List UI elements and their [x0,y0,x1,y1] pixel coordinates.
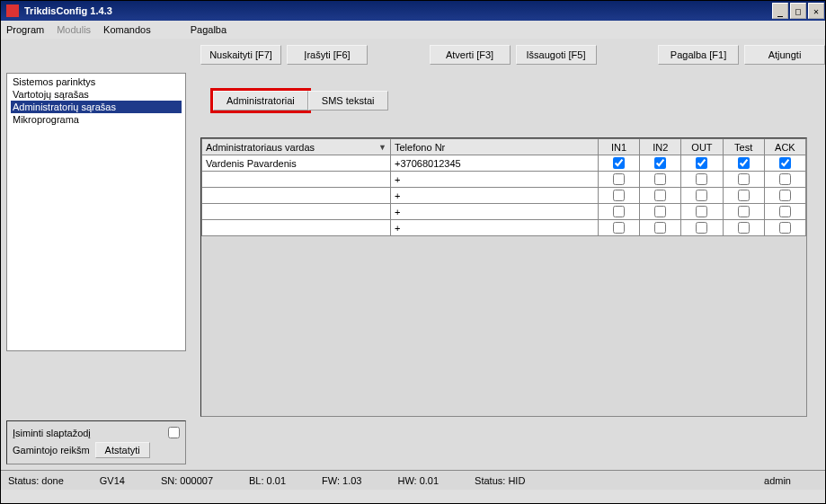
checkbox-ack[interactable] [779,157,791,169]
checkbox-in2[interactable] [654,190,666,201]
checkbox-out[interactable] [696,190,707,201]
checkbox-out[interactable] [696,222,707,234]
grid-padding [201,236,806,416]
admin-grid: Administratoriaus vardas ▼ Telefono Nr I… [200,137,807,417]
sidebar-item-admin-list[interactable]: Administratorių sąrašas [11,101,182,113]
checkbox-test[interactable] [738,190,750,201]
remember-password-row: Įsiminti slaptažodį [13,427,180,438]
cell-test [723,155,764,172]
col-ack[interactable]: ACK [764,139,805,155]
table-row: + [202,188,806,204]
cell-phone[interactable]: + [391,220,599,236]
app-icon [6,4,19,17]
cell-admin-name[interactable] [202,220,391,236]
col-admin-name[interactable]: Administratoriaus vardas ▼ [202,139,391,155]
cell-admin-name[interactable] [202,204,391,220]
cell-phone[interactable]: +37068012345 [391,155,599,172]
checkbox-test[interactable] [738,206,750,217]
col-out[interactable]: OUT [681,139,723,155]
status-hid: Status: HID [475,475,525,486]
checkbox-in1[interactable] [613,157,625,169]
menu-komandos[interactable]: Komandos [103,24,151,35]
cell-admin-name[interactable] [202,188,391,204]
cell-phone[interactable]: + [391,172,599,188]
cell-in1 [599,188,640,204]
checkbox-test[interactable] [738,157,750,169]
col-test[interactable]: Test [723,139,764,155]
col-phone[interactable]: Telefono Nr [391,139,599,155]
cell-test [723,220,764,236]
statusbar: Status: done GV14 SN: 000007 BL: 0.01 FW… [1,470,825,490]
cell-ack [764,188,805,204]
checkbox-in1[interactable] [613,173,625,185]
maximize-button[interactable]: □ [790,3,806,19]
status-text: Status: done [8,475,64,486]
left-column: Sistemos parinktys Vartotojų sąrašas Adm… [6,73,186,464]
remember-password-checkbox[interactable] [168,427,180,438]
checkbox-in1[interactable] [613,222,625,234]
cell-admin-name[interactable] [202,172,391,188]
cell-ack [764,204,805,220]
cell-out [681,204,723,220]
read-button[interactable]: Nuskaityti [F7] [200,45,281,65]
factory-defaults-row: Gamintojo reikšm Atstatyti [13,442,180,458]
col-in2[interactable]: IN2 [640,139,681,155]
menu-program[interactable]: Program [6,24,44,35]
checkbox-ack[interactable] [779,222,791,234]
cell-in2 [640,204,681,220]
close-button[interactable]: ✕ [808,3,824,19]
reset-button[interactable]: Atstatyti [95,442,150,458]
status-sn: SN: 000007 [161,475,213,486]
disconnect-button[interactable]: Atjungti [744,45,825,65]
cell-in2 [640,155,681,172]
cell-admin-name[interactable]: Vardenis Pavardenis [202,155,391,172]
cell-test [723,204,764,220]
checkbox-out[interactable] [696,206,707,217]
checkbox-in2[interactable] [654,206,666,217]
checkbox-in2[interactable] [654,173,666,185]
checkbox-ack[interactable] [779,190,791,201]
sidebar-item-system-options[interactable]: Sistemos parinktys [11,75,182,88]
write-button[interactable]: Įrašyti [F6] [287,45,368,65]
col-in1[interactable]: IN1 [599,139,640,155]
table-row: + [202,172,806,188]
cell-out [681,172,723,188]
tabs: Administratoriai SMS tekstai [213,91,820,111]
cell-in2 [640,172,681,188]
checkbox-ack[interactable] [779,206,791,217]
menu-pagalba[interactable]: Pagalba [191,24,226,35]
cell-phone[interactable]: + [391,204,599,220]
sidebar-item-firmware[interactable]: Mikroprograma [11,113,182,126]
checkbox-out[interactable] [696,157,707,169]
status-bl: BL: 0.01 [249,475,286,486]
checkbox-in2[interactable] [654,222,666,234]
main-body: Nuskaityti [F7] Įrašyti [F6] Atverti [F3… [1,39,825,470]
bottom-panel: Įsiminti slaptažodį Gamintojo reikšm Ats… [6,420,186,464]
checkbox-out[interactable] [696,173,707,185]
sidebar-item-user-list[interactable]: Vartotojų sąrašas [11,88,182,101]
checkbox-test[interactable] [738,173,750,185]
checkbox-in2[interactable] [654,157,666,169]
checkbox-test[interactable] [738,222,750,234]
checkbox-in1[interactable] [613,190,625,201]
cell-test [723,188,764,204]
remember-password-label: Įsiminti slaptažodį [13,428,91,438]
open-button[interactable]: Atverti [F3] [430,45,511,65]
checkbox-in1[interactable] [613,206,625,217]
checkbox-ack[interactable] [779,173,791,185]
cell-in1 [599,172,640,188]
tab-sms-texts[interactable]: SMS tekstai [308,91,388,111]
sort-arrow-icon: ▼ [378,143,386,152]
cell-out [681,155,723,172]
cell-test [723,172,764,188]
status-fw: FW: 1.03 [322,475,361,486]
menubar: Program Modulis Komandos Pagalba [1,21,825,39]
save-button[interactable]: Išsaugoti [F5] [516,45,597,65]
help-button[interactable]: Pagalba [F1] [658,45,739,65]
window-title: TrikdisConfig 1.4.3 [24,5,112,16]
cell-in1 [599,220,640,236]
minimize-button[interactable]: _ [772,3,788,19]
menu-modulis: Modulis [57,24,91,35]
cell-phone[interactable]: + [391,188,599,204]
tab-administrators[interactable]: Administratoriai [213,91,308,111]
